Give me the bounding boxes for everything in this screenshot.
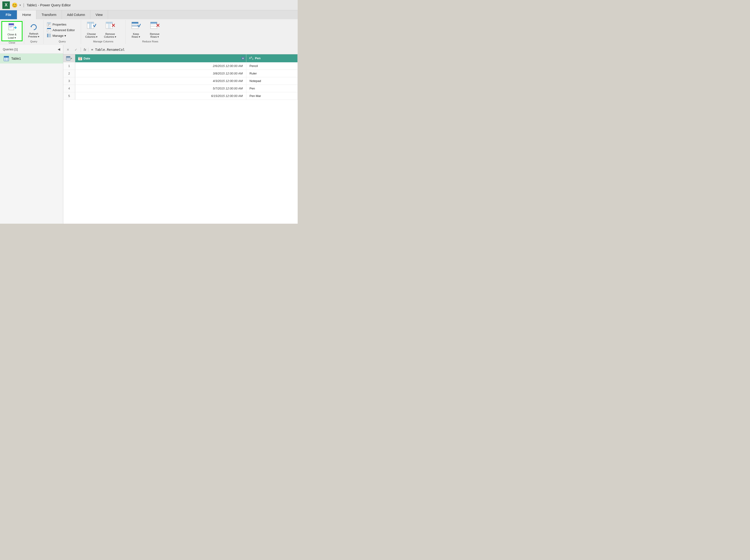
formula-confirm-button[interactable]: ✓	[72, 46, 80, 53]
properties-button[interactable]: Properties	[46, 22, 79, 27]
svg-rect-14	[47, 28, 51, 29]
data-table: ▾	[63, 54, 298, 100]
table-row: 2 3/8/2015 12:00:00 AM Ruler	[63, 70, 298, 77]
remove-columns-label: RemoveColumns ▾	[104, 33, 116, 38]
table1-query-item[interactable]: Table1	[0, 54, 63, 63]
tab-view[interactable]: View	[91, 10, 108, 19]
queries-title: Queries [1]	[3, 47, 18, 51]
remove-rows-icon	[150, 22, 159, 32]
refresh-preview-button[interactable]: RefreshPreview ▾	[25, 20, 42, 39]
advanced-editor-label: Advanced Editor	[53, 28, 75, 32]
keep-rows-button[interactable]: KeepRows ▾	[127, 22, 144, 38]
advanced-editor-button[interactable]: Advanced Editor	[46, 27, 79, 33]
choose-columns-button[interactable]: ChooseColumns ▾	[83, 22, 100, 38]
date-filter-dropdown[interactable]: ▾	[241, 57, 245, 60]
product-column-label: Pen	[255, 57, 261, 60]
svg-rect-38	[132, 22, 138, 24]
table1-label: Table1	[11, 57, 21, 60]
text-type-badge: ABC	[249, 56, 254, 60]
table-row: 5 6/15/2015 12:00:00 AM Pen Mar	[63, 92, 298, 100]
row-num-2: 2	[63, 70, 75, 77]
svg-rect-2	[9, 26, 10, 27]
product-cell-4: Pen	[246, 85, 297, 92]
formula-expression: = Table.RenameCol	[89, 48, 297, 51]
window-title: Table1 - Power Query Editor	[27, 3, 71, 7]
refresh-label: RefreshPreview ▾	[28, 32, 39, 38]
keep-rows-label: KeepRows ▾	[132, 33, 140, 38]
svg-rect-58	[78, 57, 82, 57]
table-settings-icon[interactable]	[66, 56, 70, 60]
ribbon-group-reduce-rows: KeepRows ▾ RemoveRows ▾	[126, 20, 175, 44]
title-separator: |	[23, 3, 24, 7]
product-cell-3: Notepad	[246, 77, 297, 85]
date-cell-1: 2/6/2015 12:00:00 AM	[75, 62, 246, 70]
close-group-label: Close	[9, 41, 15, 44]
date-cell-5: 6/15/2015 12:00:00 AM	[75, 92, 246, 100]
queries-header: Queries [1] ◀	[0, 45, 63, 54]
date-column-label: Date	[84, 57, 90, 60]
table1-icon	[4, 56, 9, 61]
table-row: 3 4/3/2015 12:00:00 AM Notepad	[63, 77, 298, 85]
product-cell-1: Pencil	[246, 62, 297, 70]
ribbon-group-manage-columns: ChooseColumns ▾ RemoveColum	[81, 20, 126, 44]
close-load-button[interactable]: Close &Load ▾	[1, 21, 22, 41]
date-cell-2: 3/8/2015 12:00:00 AM	[75, 70, 246, 77]
remove-rows-button[interactable]: RemoveRows ▾	[146, 22, 163, 38]
app-logo: X	[2, 1, 10, 9]
svg-rect-53	[66, 57, 70, 58]
table-row: 4 5/7/2015 12:00:00 AM Pen	[63, 85, 298, 92]
advanced-editor-icon	[47, 28, 51, 32]
right-panel: ✕ ✓ fx = Table.RenameCol	[63, 45, 298, 224]
row-num-1: 1	[63, 62, 75, 70]
svg-rect-6	[11, 27, 12, 28]
tab-add-column[interactable]: Add Column	[62, 10, 91, 19]
main-area: Queries [1] ◀ Table1 ✕ ✓ fx	[0, 45, 298, 224]
tab-transform[interactable]: Transform	[36, 10, 62, 19]
product-cell-2: Ruler	[246, 70, 297, 77]
ribbon-content: Close &Load ▾ Close RefreshPreview ▾ Que…	[0, 19, 298, 45]
date-cell-3: 4/3/2015 12:00:00 AM	[75, 77, 246, 85]
close-load-icon	[7, 23, 17, 33]
svg-rect-48	[4, 56, 9, 58]
formula-cancel-button[interactable]: ✕	[64, 46, 72, 53]
quick-access-arrow[interactable]: ▾	[19, 3, 21, 7]
fx-label: fx	[82, 48, 88, 51]
row-num-4: 4	[63, 85, 75, 92]
svg-rect-12	[47, 22, 51, 23]
ribbon-tabs: File Home Transform Add Column View	[0, 10, 298, 19]
smiley-icon: 😊	[12, 2, 18, 8]
svg-rect-44	[151, 22, 157, 24]
tab-file[interactable]: File	[0, 10, 17, 19]
formula-bar: ✕ ✓ fx = Table.RenameCol	[63, 45, 298, 54]
refresh-icon	[29, 23, 38, 32]
svg-rect-1	[9, 23, 14, 25]
manage-icon	[47, 34, 51, 38]
svg-rect-4	[12, 26, 13, 27]
svg-rect-5	[9, 27, 10, 28]
date-cell-4: 5/7/2015 12:00:00 AM	[75, 85, 246, 92]
row-num-5: 5	[63, 92, 75, 100]
left-panel: Queries [1] ◀ Table1	[0, 45, 63, 224]
ribbon-group-refresh: RefreshPreview ▾ Query	[24, 20, 44, 44]
row-num-3: 3	[63, 77, 75, 85]
table-row: 1 2/6/2015 12:00:00 AM Pencil	[63, 62, 298, 70]
ribbon-group-close: Close &Load ▾ Close	[0, 20, 24, 44]
choose-columns-label: ChooseColumns ▾	[85, 33, 98, 38]
row-num-column-header: ▾	[63, 54, 75, 62]
title-bar: X 😊 ▾ | Table1 - Power Query Editor	[0, 0, 298, 10]
close-load-label: Close &Load ▾	[7, 33, 17, 40]
product-cell-5: Pen Mar	[246, 92, 297, 100]
manage-button[interactable]: Manage ▾	[46, 33, 79, 38]
tab-home[interactable]: Home	[17, 10, 36, 19]
refresh-group-label: Query	[30, 39, 37, 44]
collapse-panel-button[interactable]: ◀	[58, 47, 60, 51]
keep-rows-icon	[131, 22, 141, 32]
svg-marker-7	[31, 26, 32, 27]
reduce-rows-group-label: Reduce Rows	[127, 39, 173, 44]
data-table-container[interactable]: ▾	[63, 54, 298, 224]
ribbon-group-query: Properties Advanced Editor	[44, 20, 81, 44]
remove-columns-button[interactable]: RemoveColumns ▾	[102, 22, 119, 38]
manage-label: Manage ▾	[53, 34, 66, 38]
svg-rect-3	[11, 26, 12, 27]
svg-rect-39	[132, 25, 138, 26]
